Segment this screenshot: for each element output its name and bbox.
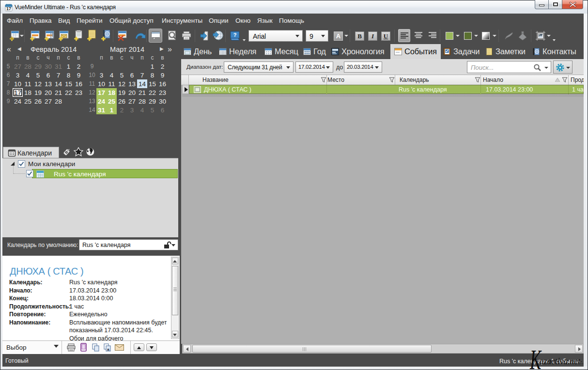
svg-text:17: 17 [6, 6, 11, 11]
svg-text:a: a [107, 347, 109, 352]
svg-text:?: ? [233, 32, 237, 38]
